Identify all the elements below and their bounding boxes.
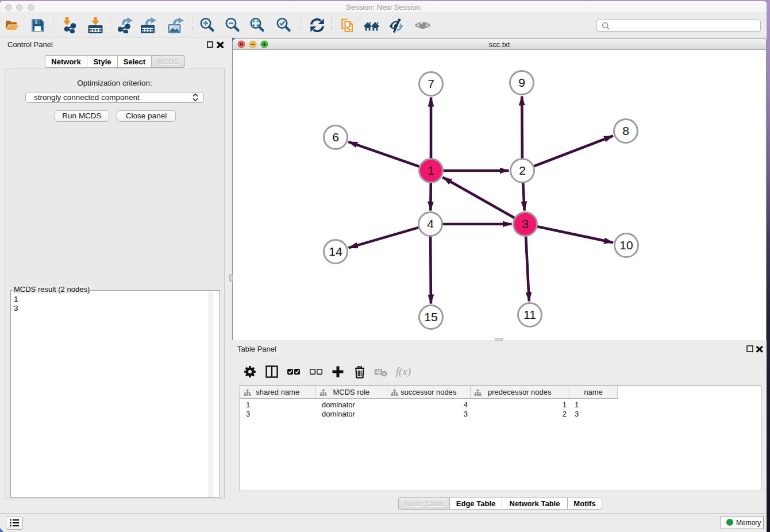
svg-text:3: 3 [522, 217, 529, 230]
svg-text:2: 2 [519, 164, 526, 177]
svg-text:15: 15 [424, 310, 437, 323]
svg-text:14: 14 [329, 245, 342, 258]
svg-text:9: 9 [518, 76, 525, 89]
svg-text:1: 1 [428, 164, 434, 177]
svg-text:7: 7 [428, 77, 434, 90]
svg-text:11: 11 [523, 308, 536, 321]
svg-text:4: 4 [427, 217, 434, 230]
svg-text:10: 10 [619, 238, 633, 252]
svg-text:8: 8 [622, 124, 629, 137]
svg-text:f(x): f(x) [396, 365, 411, 378]
svg-text:6: 6 [332, 130, 339, 144]
